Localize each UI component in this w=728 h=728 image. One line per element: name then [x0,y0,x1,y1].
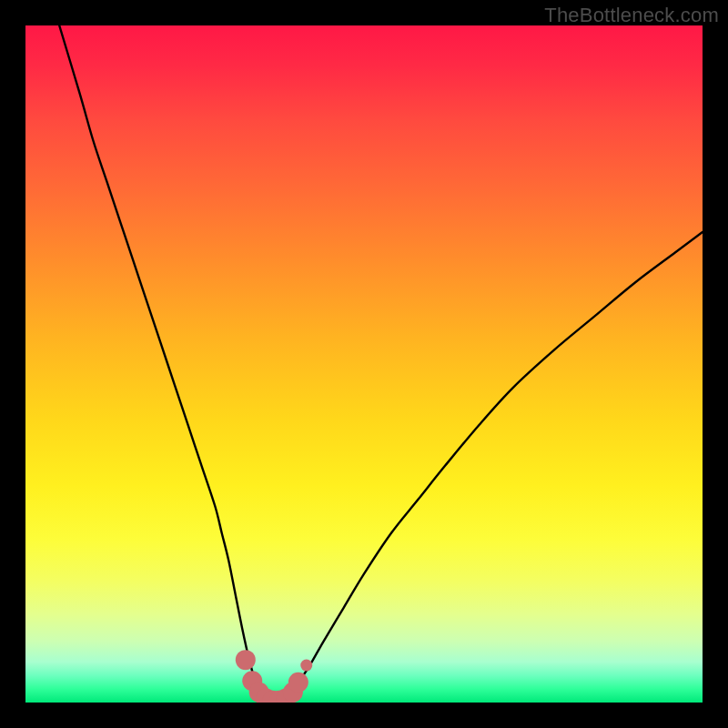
highlight-marker [300,660,312,672]
highlight-markers-group [236,650,312,703]
bottleneck-curve-path [59,25,703,700]
highlight-marker [288,672,308,693]
bottleneck-curve-svg [25,25,703,703]
watermark-text: TheBottleneck.com [544,4,719,27]
chart-frame: TheBottleneck.com [0,0,728,728]
plot-area [25,25,703,703]
highlight-marker [236,650,256,670]
